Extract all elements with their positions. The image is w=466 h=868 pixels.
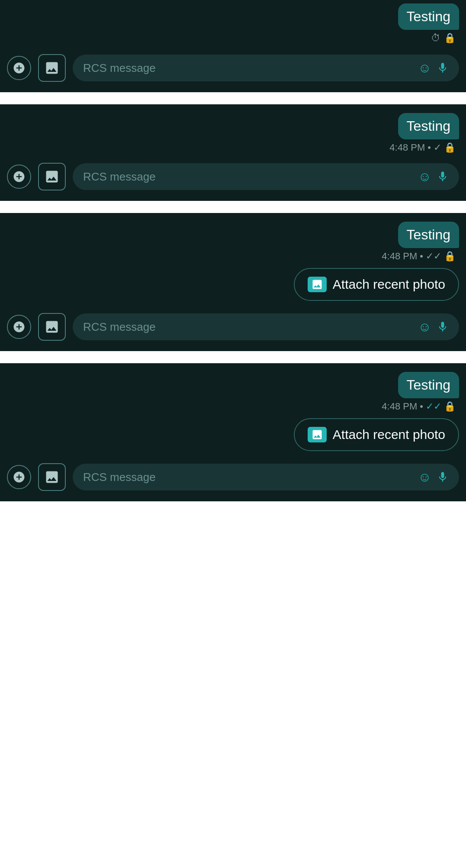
input-bar: ☺ bbox=[7, 310, 459, 344]
divider-2 bbox=[0, 201, 466, 213]
message-bubble: Testing bbox=[398, 3, 459, 30]
dot-separator: • bbox=[427, 142, 431, 153]
message-input-wrapper[interactable]: ☺ bbox=[73, 163, 459, 190]
message-row: Testing bbox=[7, 222, 459, 248]
lock-icon: 🔒 bbox=[444, 32, 456, 44]
attach-photo-container: Attach recent photo bbox=[7, 418, 459, 451]
attach-photo-button[interactable]: Attach recent photo bbox=[294, 268, 459, 301]
mic-button[interactable] bbox=[437, 471, 449, 483]
chat-panel-2: Testing 4:48 PM • ✓ 🔒 ☺ bbox=[0, 104, 466, 201]
input-bar: ☺ bbox=[7, 460, 459, 494]
gallery-button[interactable] bbox=[38, 463, 66, 491]
timer-icon: ⏱ bbox=[431, 32, 440, 44]
double-check-teal-icon: ✓✓ bbox=[426, 401, 441, 412]
message-bubble: Testing bbox=[398, 113, 459, 139]
gallery-button[interactable] bbox=[38, 313, 66, 341]
emoji-button[interactable]: ☺ bbox=[418, 61, 431, 75]
divider-1 bbox=[0, 92, 466, 104]
input-bar: ☺ bbox=[7, 159, 459, 194]
dot-separator: • bbox=[420, 401, 423, 412]
message-input[interactable] bbox=[83, 320, 413, 334]
add-button[interactable] bbox=[7, 165, 31, 189]
emoji-button[interactable]: ☺ bbox=[418, 470, 431, 484]
check-icon: ✓ bbox=[434, 142, 441, 153]
message-meta: 4:48 PM • ✓ 🔒 bbox=[7, 142, 459, 153]
message-bubble: Testing bbox=[398, 372, 459, 398]
message-input[interactable] bbox=[83, 61, 413, 75]
message-input[interactable] bbox=[83, 471, 413, 484]
emoji-button[interactable]: ☺ bbox=[418, 319, 431, 334]
input-bar: ☺ bbox=[7, 51, 459, 85]
chat-panel-4: Testing 4:48 PM • ✓✓ 🔒 Attach recent pho… bbox=[0, 363, 466, 501]
dot-separator: • bbox=[420, 251, 423, 262]
chat-panel-3: Testing 4:48 PM • ✓✓ 🔒 Attach recent pho… bbox=[0, 213, 466, 351]
timestamp: 4:48 PM bbox=[382, 401, 417, 412]
message-row: Testing bbox=[7, 3, 459, 30]
message-row: Testing bbox=[7, 372, 459, 398]
photo-icon bbox=[308, 427, 327, 442]
photo-icon bbox=[308, 277, 327, 292]
attach-photo-label: Attach recent photo bbox=[333, 427, 445, 442]
lock-icon: 🔒 bbox=[444, 251, 456, 262]
message-bubble: Testing bbox=[398, 222, 459, 248]
double-check-icon: ✓✓ bbox=[426, 251, 441, 262]
message-meta: ⏱ 🔒 bbox=[7, 32, 459, 44]
add-button[interactable] bbox=[7, 56, 31, 80]
mic-button[interactable] bbox=[437, 321, 449, 333]
message-input-wrapper[interactable]: ☺ bbox=[73, 464, 459, 490]
attach-photo-container: Attach recent photo bbox=[7, 268, 459, 301]
message-row: Testing bbox=[7, 113, 459, 139]
timestamp: 4:48 PM bbox=[389, 142, 425, 153]
message-meta: 4:48 PM • ✓✓ 🔒 bbox=[7, 251, 459, 262]
mic-button[interactable] bbox=[437, 171, 449, 183]
timestamp: 4:48 PM bbox=[382, 251, 417, 262]
gallery-button[interactable] bbox=[38, 163, 66, 190]
message-input[interactable] bbox=[83, 170, 413, 184]
gallery-button[interactable] bbox=[38, 54, 66, 82]
lock-icon: 🔒 bbox=[444, 401, 456, 412]
message-input-wrapper[interactable]: ☺ bbox=[73, 313, 459, 340]
message-meta: 4:48 PM • ✓✓ 🔒 bbox=[7, 401, 459, 412]
mic-button[interactable] bbox=[437, 62, 449, 74]
add-button[interactable] bbox=[7, 315, 31, 339]
attach-photo-label: Attach recent photo bbox=[333, 277, 445, 292]
attach-photo-button[interactable]: Attach recent photo bbox=[294, 418, 459, 451]
chat-panel-1: Testing ⏱ 🔒 ☺ bbox=[0, 0, 466, 92]
emoji-button[interactable]: ☺ bbox=[418, 169, 431, 184]
message-input-wrapper[interactable]: ☺ bbox=[73, 55, 459, 81]
add-button[interactable] bbox=[7, 465, 31, 489]
divider-3 bbox=[0, 351, 466, 363]
lock-icon: 🔒 bbox=[444, 142, 456, 153]
